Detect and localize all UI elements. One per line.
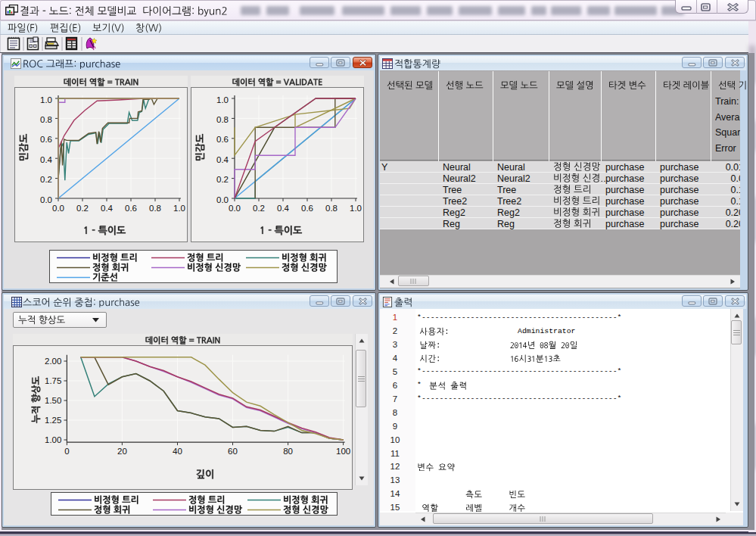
- svg-text:1.0: 1.0: [173, 204, 185, 213]
- svg-text:1.25: 1.25: [45, 416, 61, 425]
- svg-text:40: 40: [173, 447, 182, 456]
- svg-text:0.8: 0.8: [149, 204, 161, 213]
- svg-text:0.6: 0.6: [216, 135, 229, 144]
- svg-text:0.8: 0.8: [325, 204, 338, 213]
- svg-text:80: 80: [283, 447, 293, 456]
- svg-text:0.0: 0.0: [216, 195, 229, 204]
- svg-text:1.75: 1.75: [45, 376, 61, 385]
- svg-text:0.4: 0.4: [40, 155, 53, 164]
- svg-text:0.6: 0.6: [40, 135, 52, 144]
- svg-text:0.6: 0.6: [301, 204, 313, 213]
- svg-text:1.0: 1.0: [40, 95, 52, 104]
- svg-text:1.50: 1.50: [45, 396, 61, 405]
- svg-text:1.00: 1.00: [45, 435, 61, 444]
- svg-text:20: 20: [117, 447, 127, 456]
- svg-text:0.8: 0.8: [40, 115, 52, 124]
- svg-text:0: 0: [64, 447, 69, 456]
- svg-text:0.6: 0.6: [125, 204, 137, 213]
- svg-text:0.8: 0.8: [216, 115, 229, 124]
- svg-text:0.4: 0.4: [216, 155, 229, 164]
- svg-text:1.0: 1.0: [216, 95, 229, 104]
- svg-text:0.0: 0.0: [52, 204, 64, 213]
- svg-text:0.4: 0.4: [101, 204, 114, 213]
- svg-text:0.2: 0.2: [216, 175, 229, 184]
- svg-text:0.4: 0.4: [277, 204, 290, 213]
- svg-text:100: 100: [336, 447, 350, 456]
- svg-text:2.00: 2.00: [45, 357, 61, 366]
- svg-text:0.2: 0.2: [253, 204, 265, 213]
- svg-text:0.2: 0.2: [76, 204, 89, 213]
- svg-text:0.0: 0.0: [229, 204, 241, 213]
- svg-text:0.2: 0.2: [40, 175, 52, 184]
- svg-text:1.0: 1.0: [350, 204, 362, 213]
- svg-text:0.0: 0.0: [40, 195, 52, 204]
- svg-text:60: 60: [228, 447, 238, 456]
